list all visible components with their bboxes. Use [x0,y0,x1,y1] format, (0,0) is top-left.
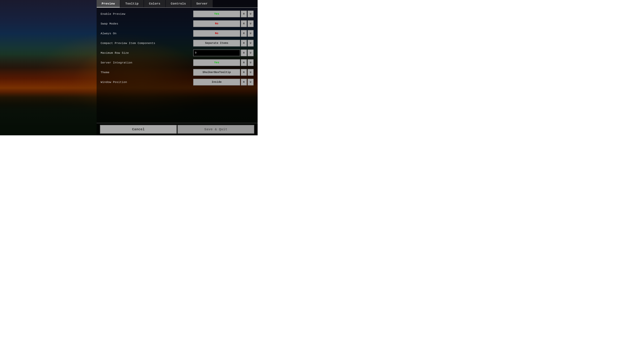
tab-colors[interactable]: Colors [144,0,165,8]
setting-label-theme: Theme [100,71,193,74]
setting-controls-swap-modes: NoRU [193,20,254,27]
undo-btn-server-integration[interactable]: U [248,59,254,66]
setting-value-btn-server-integration[interactable]: Yes [193,59,240,66]
undo-btn-swap-modes[interactable]: U [248,20,254,27]
setting-label-always-on: Always On [100,32,193,35]
setting-row-server-integration: Server IntegrationYesRU [100,58,254,67]
undo-btn-always-on[interactable]: U [248,30,254,37]
setting-value-btn-theme[interactable]: ShulkerBoxTooltip [193,69,240,76]
setting-row-theme: ThemeShulkerBoxTooltipRU [100,68,254,77]
tab-server[interactable]: Server [191,0,213,8]
tabs-bar: PreviewTooltipColorsControlsServer [96,0,258,8]
setting-row-swap-modes: Swap ModesNoRU [100,19,254,28]
setting-value-btn-enable-preview[interactable]: Yes [193,11,240,17]
reset-btn-server-integration[interactable]: R [241,59,247,66]
setting-controls-server-integration: YesRU [193,59,254,66]
setting-controls-always-on: NoRU [193,30,254,37]
setting-controls-compact-preview: Separate ItemsRU [193,40,254,47]
setting-value-btn-compact-preview[interactable]: Separate Items [193,40,240,47]
setting-controls-window-position: InsideRU [193,79,254,85]
cancel-button[interactable]: Cancel [100,125,177,134]
reset-btn-compact-preview[interactable]: R [241,40,247,47]
setting-label-max-row-size: Maximum Row Size [100,51,193,55]
undo-btn-compact-preview[interactable]: U [248,40,254,47]
tab-tooltip[interactable]: Tooltip [120,0,144,8]
setting-controls-enable-preview: YesRU [193,11,254,17]
reset-btn-max-row-size[interactable]: R [241,50,247,56]
setting-label-enable-preview: Enable Preview [100,13,193,16]
setting-value-btn-window-position[interactable]: Inside [193,79,240,85]
reset-btn-theme[interactable]: R [241,69,247,76]
setting-row-enable-preview: Enable PreviewYesRU [100,10,254,19]
setting-value-btn-swap-modes[interactable]: No [193,20,240,27]
setting-value-btn-always-on[interactable]: No [193,30,240,37]
main-panel: PreviewTooltipColorsControlsServer Enabl… [96,0,258,135]
setting-label-server-integration: Server Integration [100,61,193,64]
save-quit-button[interactable]: Save & Quit [178,125,254,134]
reset-btn-swap-modes[interactable]: R [241,20,247,27]
undo-btn-window-position[interactable]: U [248,79,254,85]
setting-row-max-row-size: Maximum Row SizeRU [100,48,254,57]
setting-label-compact-preview: Compact Preview Item Components [100,42,193,45]
setting-controls-theme: ShulkerBoxTooltipRU [193,69,254,76]
reset-btn-window-position[interactable]: R [241,79,247,85]
tab-controls[interactable]: Controls [166,0,191,8]
setting-row-always-on: Always OnNoRU [100,29,254,38]
tab-preview[interactable]: Preview [96,0,120,8]
setting-row-compact-preview: Compact Preview Item ComponentsSeparate … [100,39,254,48]
undo-btn-enable-preview[interactable]: U [248,11,254,17]
setting-row-window-position: Window PositionInsideRU [100,78,254,87]
undo-btn-theme[interactable]: U [248,69,254,76]
setting-label-swap-modes: Swap Modes [100,22,193,25]
setting-label-window-position: Window Position [100,81,193,84]
setting-controls-max-row-size: RU [193,50,254,56]
undo-btn-max-row-size[interactable]: U [248,50,254,56]
reset-btn-always-on[interactable]: R [241,30,247,37]
setting-input-max-row-size[interactable] [193,50,240,56]
bottom-bar: Cancel Save & Quit [96,123,258,135]
reset-btn-enable-preview[interactable]: R [241,11,247,17]
settings-area: Enable PreviewYesRUSwap ModesNoRUAlways … [96,8,258,123]
